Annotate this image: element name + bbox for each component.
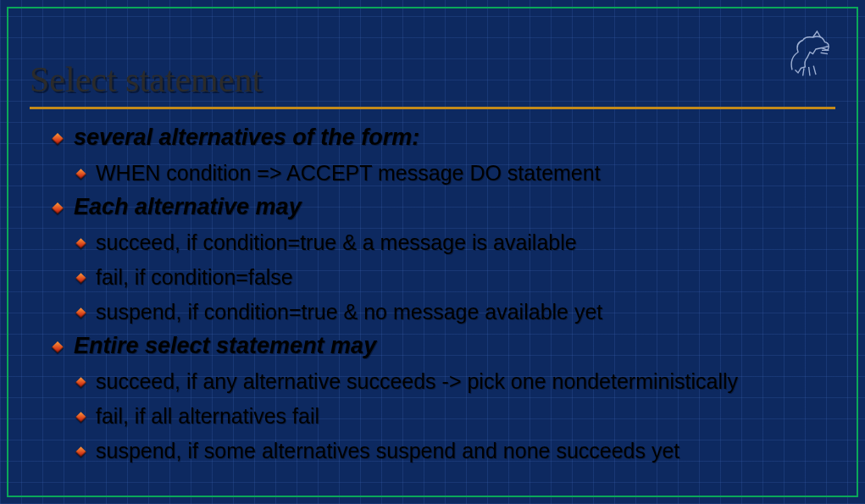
list-item-label: suspend, if condition=true & no message … — [96, 300, 602, 324]
slide-content: Select statement several alternatives of… — [30, 59, 835, 463]
list-item: succeed, if condition=true & a message i… — [77, 230, 835, 255]
list-item-label: Entire select statement may — [74, 333, 376, 358]
diamond-bullet-icon — [75, 169, 86, 180]
list-item: Entire select statement may — [53, 333, 835, 359]
list-item-label: suspend, if some alternatives suspend an… — [96, 439, 679, 462]
diamond-bullet-icon — [75, 377, 86, 388]
list-item: WHEN condition => ACCEPT message DO stat… — [77, 161, 835, 186]
list-item: fail, if all alternatives fail — [77, 404, 835, 429]
list-item: succeed, if any alternative succeeds -> … — [77, 369, 835, 394]
diamond-bullet-icon — [52, 202, 64, 214]
diamond-bullet-icon — [75, 307, 86, 318]
list-item-label: succeed, if condition=true & a message i… — [96, 230, 577, 254]
list-item: several alternatives of the form: — [53, 125, 835, 151]
list-item-label: Each alternative may — [74, 194, 302, 219]
bullet-list: several alternatives of the form: WHEN c… — [30, 125, 835, 463]
list-item: fail, if condition=false — [77, 265, 835, 290]
diamond-bullet-icon — [75, 446, 86, 457]
list-item: Each alternative may — [53, 194, 835, 220]
list-item-label: succeed, if any alternative succeeds -> … — [96, 369, 738, 393]
list-item: suspend, if condition=true & no message … — [77, 300, 835, 324]
list-item-label: several alternatives of the form: — [74, 125, 419, 150]
diamond-bullet-icon — [52, 341, 64, 353]
diamond-bullet-icon — [52, 133, 64, 145]
list-item-label: WHEN condition => ACCEPT message DO stat… — [96, 161, 601, 185]
list-item: suspend, if some alternatives suspend an… — [77, 439, 835, 463]
diamond-bullet-icon — [75, 238, 86, 249]
diamond-bullet-icon — [75, 273, 86, 284]
list-item-label: fail, if all alternatives fail — [96, 404, 319, 428]
page-title: Select statement — [30, 59, 835, 109]
diamond-bullet-icon — [75, 412, 86, 423]
list-item-label: fail, if condition=false — [96, 265, 293, 289]
